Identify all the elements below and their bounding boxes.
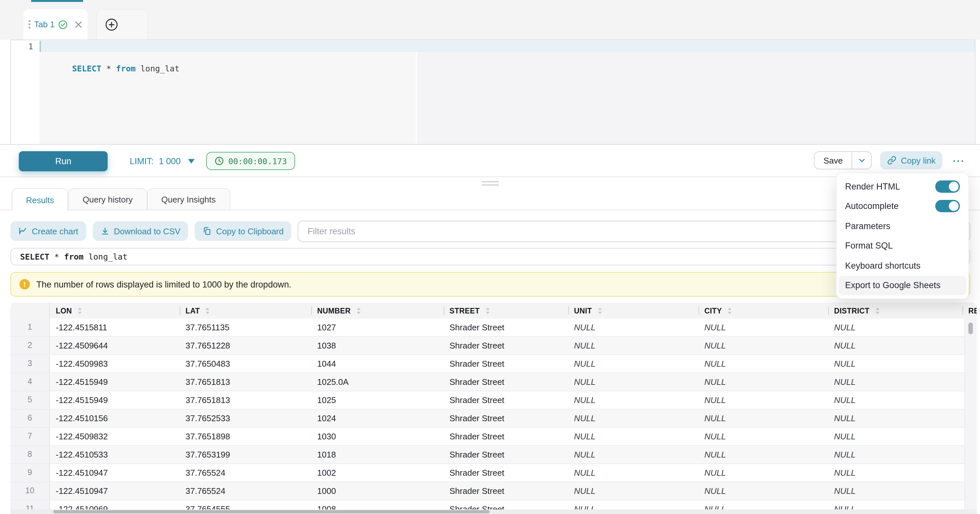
table-cell[interactable]: NULL — [828, 355, 963, 372]
table-cell[interactable]: NULL — [568, 446, 698, 463]
column-resize-handle[interactable] — [311, 306, 312, 315]
table-cell[interactable]: Shrader Street — [444, 337, 568, 354]
table-cell[interactable]: -122.4515949 — [50, 373, 180, 391]
table-cell[interactable]: NULL — [698, 391, 828, 409]
table-cell[interactable]: NULL — [698, 373, 828, 391]
query-tab-1[interactable]: Tab 1 — [23, 9, 88, 40]
sql-code-editor[interactable]: 1 SELECT * from long_lat — [10, 40, 975, 144]
table-cell[interactable]: NULL — [828, 319, 963, 336]
table-cell[interactable]: 1030 — [311, 428, 444, 445]
toggle-switch[interactable] — [935, 200, 960, 212]
table-cell[interactable]: NULL — [568, 355, 698, 372]
table-cell[interactable]: NULL — [568, 410, 698, 427]
table-cell[interactable]: -122.4515811 — [50, 319, 180, 336]
table-cell[interactable]: Shrader Street — [444, 446, 568, 463]
more-options-button[interactable]: ⋯ — [948, 151, 969, 169]
table-cell[interactable]: NULL — [568, 464, 698, 482]
table-row[interactable]: 6-122.451015637.76525331024Shrader Stree… — [10, 410, 977, 428]
table-cell[interactable]: NULL — [698, 482, 828, 500]
column-header-district[interactable]: DISTRICT — [828, 302, 963, 319]
table-cell[interactable]: Shrader Street — [444, 373, 568, 391]
vertical-scrollbar[interactable] — [964, 319, 977, 509]
table-cell[interactable]: NULL — [828, 446, 963, 463]
save-options-button[interactable] — [851, 152, 871, 169]
table-cell[interactable]: 37.7650483 — [180, 355, 311, 372]
table-row[interactable]: 1-122.451581137.76511351027Shrader Stree… — [10, 319, 977, 337]
limit-dropdown[interactable]: LIMIT: 1 000 — [130, 145, 194, 177]
table-cell[interactable]: -122.4509983 — [50, 355, 180, 372]
table-cell[interactable]: 1027 — [311, 319, 444, 336]
table-cell[interactable]: 37.7653199 — [180, 446, 311, 463]
table-cell[interactable]: 1018 — [311, 446, 444, 463]
column-header-street[interactable]: STREET — [444, 302, 568, 319]
tab-query-insights[interactable]: Query Insights — [147, 188, 230, 210]
column-header-unit[interactable]: UNIT — [568, 302, 698, 319]
table-cell[interactable]: NULL — [568, 337, 698, 354]
column-resize-handle[interactable] — [444, 306, 444, 315]
toggle-switch[interactable] — [935, 180, 960, 193]
table-cell[interactable]: 37.765524 — [180, 482, 311, 500]
table-cell[interactable]: -122.4509832 — [50, 428, 180, 445]
table-row[interactable]: 4-122.451594937.76518131025.0AShrader St… — [10, 373, 977, 391]
table-cell[interactable]: NULL — [568, 391, 698, 409]
table-cell[interactable]: NULL — [698, 319, 828, 336]
menu-item-autocomplete[interactable]: Autocomplete — [837, 196, 968, 216]
panel-resize-handle[interactable] — [482, 181, 499, 188]
table-cell[interactable]: NULL — [828, 391, 963, 409]
active-code-line[interactable]: SELECT * from long_lat — [40, 41, 975, 52]
table-cell[interactable]: -122.4515949 — [50, 391, 180, 409]
table-cell[interactable]: NULL — [698, 355, 828, 372]
column-resize-handle[interactable] — [698, 306, 699, 315]
run-button[interactable]: Run — [19, 151, 108, 171]
table-row[interactable]: 10-122.451094737.7655241000Shrader Stree… — [10, 482, 977, 500]
table-cell[interactable]: NULL — [568, 482, 698, 500]
table-row[interactable]: 9-122.451094737.7655241002Shrader Street… — [10, 464, 977, 482]
table-cell[interactable]: Shrader Street — [444, 355, 568, 372]
table-cell[interactable]: 37.7651898 — [180, 428, 311, 445]
table-cell[interactable]: NULL — [698, 410, 828, 427]
column-header-lon[interactable]: LON — [50, 302, 180, 319]
table-row[interactable]: 8-122.451053337.76531991018Shrader Stree… — [10, 446, 977, 464]
table-cell[interactable]: -122.4509644 — [50, 337, 180, 354]
column-resize-handle[interactable] — [828, 306, 829, 315]
table-cell[interactable]: NULL — [828, 428, 963, 445]
table-row[interactable]: 5-122.451594937.76518131025Shrader Stree… — [10, 391, 977, 410]
table-cell[interactable]: NULL — [698, 464, 828, 482]
table-cell[interactable]: Shrader Street — [444, 428, 568, 445]
menu-item-render-html[interactable]: Render HTML — [837, 177, 968, 196]
copy-link-button[interactable]: Copy link — [880, 151, 943, 169]
table-cell[interactable]: NULL — [828, 337, 963, 354]
table-cell[interactable]: Shrader Street — [444, 464, 568, 482]
tab-query-history[interactable]: Query history — [68, 188, 147, 210]
table-cell[interactable]: NULL — [828, 482, 963, 500]
column-header-re[interactable]: RE — [963, 302, 977, 319]
table-cell[interactable]: NULL — [828, 410, 963, 427]
menu-item-export-to-google-sheets[interactable]: Export to Google Sheets — [838, 276, 966, 295]
table-cell[interactable]: 1000 — [311, 482, 444, 500]
drag-handle-icon[interactable] — [29, 21, 30, 29]
table-cell[interactable]: 37.7652533 — [180, 410, 311, 427]
menu-item-parameters[interactable]: Parameters — [837, 216, 968, 236]
table-cell[interactable]: 1024 — [311, 410, 444, 427]
table-cell[interactable]: NULL — [828, 464, 963, 482]
table-cell[interactable]: Shrader Street — [444, 391, 568, 409]
copy-clipboard-button[interactable]: Copy to Clipboard — [194, 221, 291, 241]
table-cell[interactable]: NULL — [568, 373, 698, 391]
horizontal-scrollbar[interactable] — [10, 509, 977, 514]
table-cell[interactable]: NULL — [698, 428, 828, 445]
menu-item-format-sql[interactable]: Format SQL — [837, 236, 968, 256]
table-row[interactable]: 2-122.450964437.76512281038Shrader Stree… — [10, 337, 977, 355]
close-tab-icon[interactable] — [75, 21, 83, 28]
table-cell[interactable]: 37.7651813 — [180, 373, 311, 391]
column-resize-handle[interactable] — [180, 306, 180, 315]
table-row[interactable]: 3-122.450998337.76504831044Shrader Stree… — [10, 355, 977, 373]
table-cell[interactable]: -122.4510533 — [50, 446, 180, 463]
table-cell[interactable]: Shrader Street — [444, 319, 568, 336]
table-cell[interactable]: 37.7651135 — [180, 319, 311, 336]
menu-item-keyboard-shortcuts[interactable]: Keyboard shortcuts — [837, 256, 968, 276]
table-cell[interactable]: 1044 — [311, 355, 444, 372]
new-tab-button[interactable] — [96, 9, 148, 40]
table-cell[interactable]: 1038 — [311, 337, 444, 354]
column-header-city[interactable]: CITY — [698, 302, 828, 319]
table-cell[interactable]: 37.7651228 — [180, 337, 311, 354]
